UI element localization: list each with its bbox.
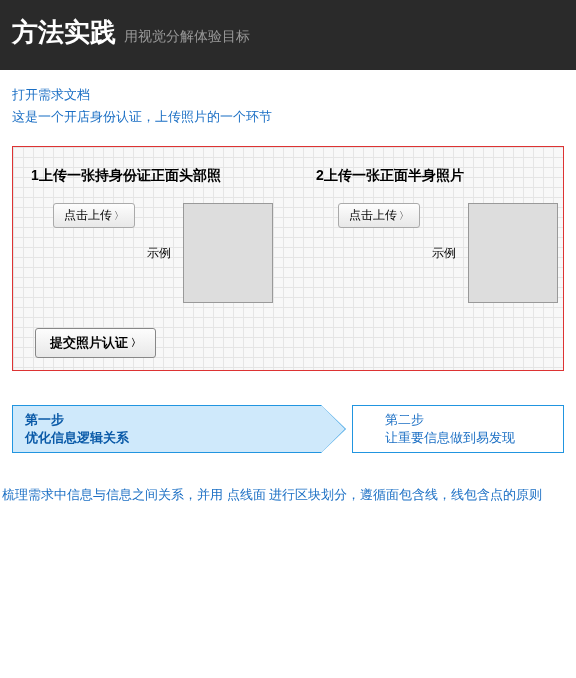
step-2-desc: 让重要信息做到易发现 [385,429,563,447]
page-title: 方法实践 [12,15,116,50]
step-1-label: 第一步 [25,411,321,429]
example-label-1: 示例 [147,245,171,262]
upload-button-1[interactable]: 点击上传 〉 [53,203,135,228]
upload-title-2: 2上传一张正面半身照片 [316,167,563,185]
step-2[interactable]: 第二步 让重要信息做到易发现 [352,405,564,453]
chevron-right-icon: 〉 [399,209,409,223]
upload-panel: 1上传一张持身份证正面头部照 点击上传 〉 示例 2上传一张正面半身照片 点击上… [12,146,564,371]
upload-button-2[interactable]: 点击上传 〉 [338,203,420,228]
open-doc-link[interactable]: 打开需求文档 [12,87,90,102]
example-image-2 [468,203,558,303]
upload-column-2: 2上传一张正面半身照片 点击上传 〉 示例 [308,167,563,303]
upload-button-2-label: 点击上传 [349,207,397,224]
upload-button-1-label: 点击上传 [64,207,112,224]
step-1-desc: 优化信息逻辑关系 [25,429,321,447]
step-1[interactable]: 第一步 优化信息逻辑关系 [12,405,322,453]
chevron-right-icon: 〉 [131,336,141,350]
intro-block: 打开需求文档 这是一个开店身份认证，上传照片的一个环节 [0,70,576,134]
submit-button[interactable]: 提交照片认证 〉 [35,328,156,358]
bottom-description: 梳理需求中信息与信息之间关系，并用 点线面 进行区块划分，遵循面包含线，线包含点… [2,485,574,506]
page-subtitle: 用视觉分解体验目标 [124,28,250,46]
steps-nav: 第一步 优化信息逻辑关系 第二步 让重要信息做到易发现 [12,405,564,455]
step-2-label: 第二步 [385,411,563,429]
example-label-2: 示例 [432,245,456,262]
upload-title-1: 1上传一张持身份证正面头部照 [31,167,278,185]
submit-button-label: 提交照片认证 [50,334,128,352]
intro-description: 这是一个开店身份认证，上传照片的一个环节 [12,108,564,126]
chevron-right-icon: 〉 [114,209,124,223]
page-header: 方法实践 用视觉分解体验目标 [0,0,576,70]
upload-column-1: 1上传一张持身份证正面头部照 点击上传 〉 示例 [23,167,278,303]
example-image-1 [183,203,273,303]
